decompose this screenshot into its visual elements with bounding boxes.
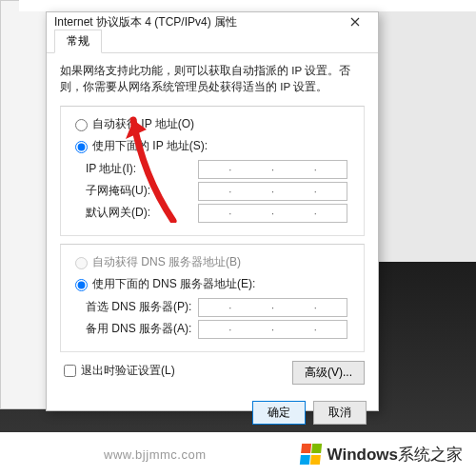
- tab-row: 常规: [47, 31, 378, 53]
- advanced-button[interactable]: 高级(V)...: [292, 361, 365, 385]
- input-dns-alternate[interactable]: [198, 320, 347, 339]
- checkbox-validate-label: 退出时验证设置(L): [81, 363, 175, 379]
- ip-group: 自动获得 IP 地址(O) 使用下面的 IP 地址(S): IP 地址(I): …: [60, 106, 365, 236]
- label-default-gateway: 默认网关(D):: [86, 205, 198, 221]
- watermark-url: www.bjjmmc.com: [10, 447, 301, 462]
- close-icon[interactable]: [338, 12, 372, 31]
- input-default-gateway[interactable]: [198, 204, 347, 223]
- radio-dns-manual-label: 使用下面的 DNS 服务器地址(E):: [92, 276, 255, 292]
- radio-dns-auto: 自动获得 DNS 服务器地址(B): [70, 254, 354, 270]
- ipv4-properties-dialog: Internet 协议版本 4 (TCP/IPv4) 属性 常规 如果网络支持此…: [46, 11, 379, 411]
- watermark-brand: Windows系统之家: [327, 444, 463, 466]
- description-text: 如果网络支持此功能，则可以获取自动指派的 IP 设置。否则，你需要从网络系统管理…: [60, 63, 365, 96]
- radio-ip-auto-label: 自动获得 IP 地址(O): [92, 116, 194, 132]
- radio-dns-manual[interactable]: 使用下面的 DNS 服务器地址(E):: [70, 276, 354, 292]
- input-ip-address[interactable]: [198, 160, 347, 179]
- titlebar: Internet 协议版本 4 (TCP/IPv4) 属性: [47, 12, 378, 31]
- window-title: Internet 协议版本 4 (TCP/IPv4) 属性: [54, 14, 338, 30]
- radio-dns-manual-input[interactable]: [75, 279, 88, 291]
- input-dns-preferred[interactable]: [198, 298, 347, 317]
- radio-dns-auto-input: [75, 257, 88, 269]
- checkbox-validate-input[interactable]: [64, 365, 76, 377]
- radio-ip-manual[interactable]: 使用下面的 IP 地址(S):: [70, 138, 354, 154]
- windows-logo-icon: [299, 444, 322, 465]
- label-dns-preferred: 首选 DNS 服务器(P):: [86, 299, 198, 315]
- radio-ip-auto-input[interactable]: [75, 119, 88, 131]
- cancel-button[interactable]: 取消: [313, 401, 367, 425]
- label-dns-alternate: 备用 DNS 服务器(A):: [86, 321, 198, 337]
- radio-ip-manual-label: 使用下面的 IP 地址(S):: [92, 138, 208, 154]
- radio-dns-auto-label: 自动获得 DNS 服务器地址(B): [92, 254, 241, 270]
- radio-ip-auto[interactable]: 自动获得 IP 地址(O): [70, 116, 354, 132]
- watermark-footer: www.bjjmmc.com Windows系统之家: [0, 432, 476, 476]
- label-ip-address: IP 地址(I):: [86, 161, 198, 177]
- radio-ip-manual-input[interactable]: [75, 141, 88, 153]
- label-subnet-mask: 子网掩码(U):: [86, 183, 198, 199]
- tab-general[interactable]: 常规: [54, 30, 102, 53]
- ok-button[interactable]: 确定: [252, 401, 306, 425]
- checkbox-validate[interactable]: 退出时验证设置(L): [60, 362, 175, 380]
- input-subnet-mask[interactable]: [198, 182, 347, 201]
- dns-group: 自动获得 DNS 服务器地址(B) 使用下面的 DNS 服务器地址(E): 首选…: [60, 244, 365, 352]
